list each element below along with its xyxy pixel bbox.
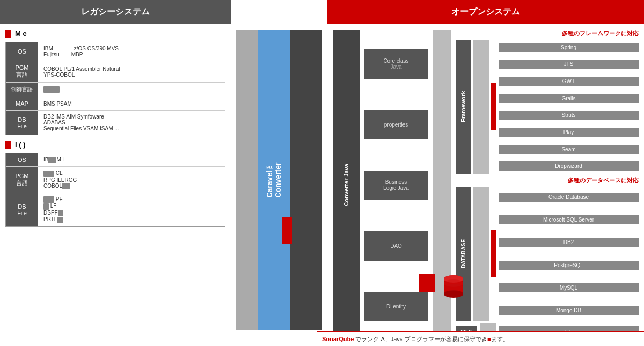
open-header-title: オープンシステム (451, 6, 520, 18)
mainframe-section-title: M e (5, 30, 225, 38)
control-row: 制御言語 (6, 83, 225, 97)
pgm-value: COBOL PL/1 Assembler NaturalYPS-COBOL (38, 61, 225, 82)
framework-panel: 多種のフレームワークに対応 Framework Spring JFS GWT (456, 30, 639, 174)
ibm-i-db-label: DBFile (6, 193, 38, 226)
framework-item-gwt: GWT (499, 77, 639, 86)
svg-point-5 (444, 284, 463, 291)
java-business-logic: Business Logic Java (364, 171, 428, 200)
java-di-entity: Di entity (364, 292, 428, 321)
bottom-text: SonarQube でランク A、Java プログラマーが容易に保守でき■ます。 (322, 335, 509, 343)
ibm-i-os-row: OS IBM i (6, 153, 225, 167)
framework-red-accent (491, 83, 496, 130)
framework-item-grails: Grails (499, 94, 639, 103)
ibm-i-os-value: IBM i (38, 153, 225, 166)
open-content: Converter Java Core class Java propertie… (327, 24, 644, 346)
ibm-i-os-label: OS (6, 153, 38, 166)
map-label: MAP (6, 97, 38, 110)
db-red-accent (491, 230, 496, 277)
gray-bar-left (236, 30, 258, 330)
framework-item-struts: Struts (499, 111, 639, 120)
mainframe-title-text: M e (15, 30, 27, 38)
db-panel-title: 多種のデータベースに対応 (456, 176, 639, 185)
db-file-row: DBFile DB2 IMS AIM SymfowareADABASSequen… (6, 111, 225, 135)
legacy-header: レガシーシステム (0, 0, 231, 24)
caravel-converter-bar: Caravel™Converter (258, 30, 290, 330)
right-panels: 多種のフレームワークに対応 Framework Spring JFS GWT (456, 30, 639, 341)
ibm-i-title-text: I ( ) (15, 141, 26, 149)
framework-gray-block (473, 40, 489, 174)
ibm-i-pgm-value: CLRPG ILERGGCOBOL (38, 167, 225, 193)
converter-java-bar: Converter Java (333, 30, 360, 341)
db-panel: 多種のデータベースに対応 DATABASE Oracle Database Mi… (456, 176, 639, 321)
open-side: オープンシステム Converter Java Core class Java … (327, 0, 644, 346)
framework-panel-title: 多種のフレームワークに対応 (456, 30, 639, 38)
db-cylinder-icon (440, 274, 467, 300)
os-row: OS IBM z/OS OS/390 MVSFujitsu MBP (6, 42, 225, 61)
db-item-postgresql: PostgreSQL (499, 261, 639, 270)
ibm-i-table: OS IBM i PGM言語 CLRPG ILERGGCOBOL DBFile … (5, 153, 225, 227)
db-list: Oracle Database Microsoft SQL Server DB2… (499, 187, 639, 321)
converter-java-text: Converter Java (343, 164, 349, 207)
ibm-i-pgm-row: PGM言語 CLRPG ILERGGCOBOL (6, 167, 225, 193)
os-label: OS (6, 42, 38, 61)
db-file-label: DBFile (6, 111, 38, 135)
pgm-row: PGM言語 COBOL PL/1 Assembler NaturalYPS-CO… (6, 61, 225, 83)
legacy-content: M e OS IBM z/OS OS/390 MVSFujitsu MBP PG… (0, 24, 231, 346)
caravel-converter-text: Caravel™Converter (265, 162, 282, 198)
converter-side: Caravel™Converter (231, 0, 327, 346)
converter-column: Caravel™Converter (236, 30, 322, 330)
java-properties: properties (364, 110, 428, 139)
db-item-db2: DB2 (499, 238, 639, 247)
pgm-label: PGM言語 (6, 61, 38, 82)
gray-bar-right (290, 30, 322, 330)
db-panel-body: DATABASE Oracle Database Microsoft SQL S… (456, 187, 639, 321)
control-value (38, 83, 225, 97)
framework-panel-body: Framework Spring JFS GWT Grails Struts (456, 40, 639, 174)
converter-red-accent (282, 217, 292, 244)
os-value: IBM z/OS OS/390 MVSFujitsu MBP (38, 42, 225, 61)
framework-item-spring: Spring (499, 43, 639, 52)
ibm-i-pgm-label: PGM言語 (6, 167, 38, 193)
ibm-i-db-value: PF LFDSPFPRTF (38, 193, 225, 226)
legacy-header-title: レガシーシステム (81, 6, 150, 18)
map-value: BMS PSAM (38, 97, 225, 110)
di-entity-red-block (419, 274, 435, 292)
framework-item-play: Play (499, 128, 639, 137)
framework-item-dropwizard: Dropwizard (499, 161, 639, 171)
legacy-side: レガシーシステム M e OS IBM z/OS OS/390 MVSFujit… (0, 0, 231, 346)
map-row: MAP BMS PSAM (6, 97, 225, 111)
database-label: DATABASE (456, 187, 471, 321)
mainframe-table: OS IBM z/OS OS/390 MVSFujitsu MBP PGM言語 … (5, 42, 225, 135)
db-file-value: DB2 IMS AIM SymfowareADABASSequential Fi… (38, 111, 225, 135)
converter-java-col: Converter Java (333, 30, 360, 341)
framework-label: Framework (456, 40, 471, 174)
bottom-bar: SonarQube でランク A、Java プログラマーが容易に保守でき■ます。 (317, 331, 644, 346)
framework-title-text: 多種のフレームワークに対応 (562, 30, 639, 36)
db-item-mongodb: Mongo DB (499, 306, 639, 315)
ibm-i-section-title: I ( ) (5, 141, 225, 149)
db-item-mysql: MySQL (499, 283, 639, 292)
svg-point-2 (444, 290, 463, 298)
java-dao: DAO (364, 231, 428, 261)
db-gray-block (473, 187, 489, 321)
framework-list: Spring JFS GWT Grails Struts Play Seam D… (499, 40, 639, 174)
db-item-oracle: Oracle Database (499, 193, 639, 202)
main-container: レガシーシステム M e OS IBM z/OS OS/390 MVSFujit… (0, 0, 644, 346)
framework-item-jfs: JFS (499, 60, 639, 69)
db-title-text: 多種のデータベースに対応 (568, 177, 639, 183)
java-components: Core class Java properties Business Logi… (364, 30, 428, 341)
db-item-mssql: Microsoft SQL Server (499, 215, 639, 224)
framework-item-seam: Seam (499, 145, 639, 154)
ibm-i-db-row: DBFile PF LFDSPFPRTF (6, 193, 225, 226)
control-label: 制御言語 (6, 83, 38, 97)
open-header: オープンシステム (327, 0, 644, 24)
java-core-class: Core class Java (364, 49, 428, 79)
